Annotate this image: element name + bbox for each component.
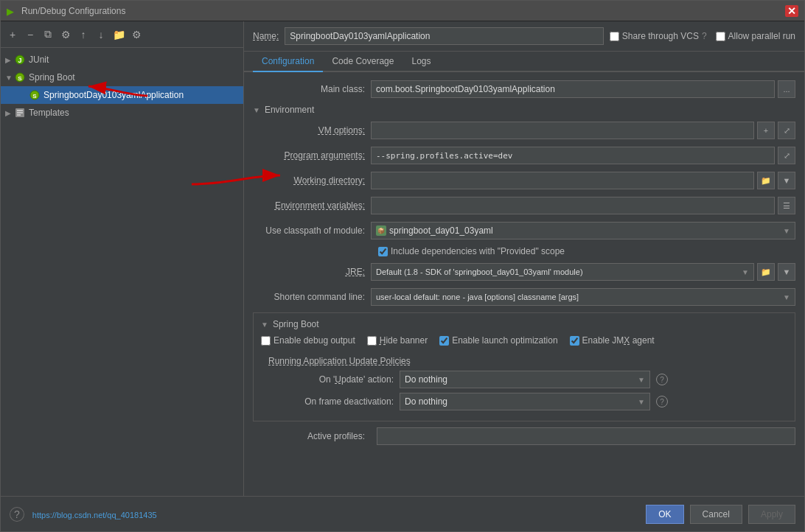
springboot-checkboxes: Enable debug output Hide banner Enable l… (261, 335, 787, 346)
working-dir-browse-btn[interactable]: 📁 (757, 172, 775, 189)
remove-button[interactable]: − (23, 27, 38, 42)
jre-browse-btn[interactable]: 📁 (757, 263, 775, 281)
working-dir-row: Working directory: 📁 ▼ (253, 171, 795, 190)
apply-button[interactable]: Apply (748, 505, 795, 524)
tab-code-coverage[interactable]: Code Coverage (323, 52, 402, 72)
svg-text:S: S (32, 93, 37, 99)
jre-dropdown-btn[interactable]: ▼ (778, 263, 795, 281)
tree-item-junit[interactable]: ▶ J JUnit (1, 51, 243, 69)
tab-configuration[interactable]: Configuration (253, 52, 323, 72)
program-args-input[interactable] (371, 147, 775, 164)
share-vcs-help[interactable]: ? (702, 31, 707, 41)
copy-button[interactable]: ⧉ (41, 27, 55, 42)
left-panel: + − ⧉ ⚙ ↑ ↓ 📁 ⚙ ▶ J (1, 21, 244, 496)
env-vars-input[interactable] (371, 197, 775, 214)
share-vcs-row: Share through VCS ? (610, 31, 707, 41)
on-frame-help[interactable]: ? (656, 396, 668, 407)
on-update-arrow: ▼ (638, 376, 645, 384)
footer: ? https://blog.csdn.net/qq_40181435 OK C… (1, 496, 804, 531)
expand-arrow-templates: ▶ (5, 109, 14, 117)
share-vcs-checkbox[interactable] (610, 32, 619, 41)
on-frame-select[interactable]: Do nothing ▼ (400, 393, 650, 410)
main-window: ▶ Run/Debug Configurations ✕ + − ⧉ ⚙ ↑ ↓… (0, 0, 805, 532)
update-policies-section: Running Application Update Policies On '… (261, 353, 787, 410)
allow-parallel-checkbox[interactable] (716, 32, 725, 41)
down-button[interactable]: ↓ (94, 27, 108, 42)
enable-jmx-checkbox[interactable] (570, 336, 579, 346)
jre-value: Default (1.8 - SDK of 'springboot_day01_… (376, 267, 583, 276)
main-class-input[interactable] (371, 80, 775, 98)
springboot-section-title: Spring Boot (273, 319, 319, 329)
update-policies-title: Running Application Update Policies (268, 356, 411, 366)
springboot-section: ▼ Spring Boot Enable debug output Hide b… (253, 312, 795, 421)
environment-title: Environment (265, 105, 314, 115)
classpath-select[interactable]: 📦 springboot_day01_03yaml ▼ (371, 222, 795, 239)
name-input[interactable] (285, 27, 604, 45)
cancel-button[interactable]: Cancel (690, 505, 742, 524)
vm-options-group: + ⤢ (371, 122, 795, 139)
shorten-cmd-select[interactable]: user-local default: none - java [options… (371, 288, 795, 306)
footer-url: https://blog.csdn.net/qq_40181435 (32, 511, 157, 519)
include-deps-label: Include dependencies with "Provided" sco… (391, 246, 565, 256)
working-dir-dropdown-btn[interactable]: ▼ (778, 172, 795, 189)
enable-launch-checkbox[interactable] (439, 336, 449, 346)
vm-options-input[interactable] (371, 122, 754, 139)
tree-item-templates[interactable]: ▶ Templates (1, 104, 243, 122)
shorten-cmd-label: Shorten command line: (253, 292, 371, 302)
enable-jmx-item: Enable JMX agent (570, 335, 655, 346)
config-button[interactable]: ⚙ (129, 27, 144, 42)
window-icon: ▶ (7, 6, 17, 16)
env-vars-group: ☰ (371, 197, 795, 214)
jre-select[interactable]: Default (1.8 - SDK of 'springboot_day01_… (371, 263, 754, 281)
on-update-select[interactable]: Do nothing ▼ (400, 371, 650, 388)
vm-fullscreen-btn[interactable]: ⤢ (778, 122, 795, 139)
junit-label: JUnit (29, 55, 49, 65)
springboot-section-header: ▼ Spring Boot (261, 319, 787, 329)
tab-logs[interactable]: Logs (402, 52, 439, 72)
on-frame-arrow: ▼ (638, 398, 645, 406)
jre-group: Default (1.8 - SDK of 'springboot_day01_… (371, 263, 795, 281)
help-icon[interactable]: ? (10, 507, 24, 522)
tree-item-app[interactable]: S SpringbootDay0103yamlApplication (1, 86, 243, 104)
working-dir-input[interactable] (371, 172, 754, 189)
main-class-input-group: ... (371, 80, 795, 98)
module-icon: 📦 (376, 225, 386, 236)
hide-banner-label: Hide banner (380, 335, 428, 346)
name-options: Share through VCS ? Allow parallel run (610, 31, 795, 41)
shorten-cmd-arrow: ▼ (783, 293, 790, 301)
program-args-fullscreen-btn[interactable]: ⤢ (778, 147, 795, 164)
shorten-cmd-value: user-local default: none - java [options… (376, 293, 579, 301)
include-deps-row: Include dependencies with "Provided" sco… (253, 246, 795, 256)
active-profiles-input[interactable] (377, 427, 795, 445)
include-deps-checkbox[interactable] (378, 247, 388, 256)
active-profiles-row: Active profiles: (253, 427, 795, 445)
on-frame-label: On frame deactivation: (268, 396, 394, 407)
folder-button[interactable]: 📁 (111, 27, 126, 42)
close-button[interactable]: ✕ (785, 5, 798, 17)
main-class-browse-btn[interactable]: ... (778, 80, 795, 98)
enable-debug-checkbox[interactable] (261, 336, 271, 346)
tree-item-springboot[interactable]: ▼ S Spring Boot (1, 69, 243, 86)
up-button[interactable]: ↑ (76, 27, 91, 42)
env-vars-edit-btn[interactable]: ☰ (778, 197, 795, 214)
tree-panel: ▶ J JUnit ▼ S (1, 48, 243, 496)
allow-parallel-label: Allow parallel run (728, 31, 795, 41)
footer-help: ? https://blog.csdn.net/qq_40181435 (10, 508, 157, 520)
hide-banner-checkbox[interactable] (367, 336, 377, 346)
enable-launch-label: Enable launch optimization (452, 335, 557, 346)
vm-expand-btn[interactable]: + (757, 122, 775, 139)
on-update-help[interactable]: ? (656, 374, 668, 385)
classpath-label: Use classpath of module: (253, 225, 371, 236)
name-row: Name: Share through VCS ? Allow parallel… (244, 21, 804, 52)
classpath-dropdown-arrow: ▼ (783, 227, 790, 235)
window-title: Run/Debug Configurations (21, 6, 125, 16)
settings-button[interactable]: ⚙ (58, 27, 73, 42)
tabs-bar: Configuration Code Coverage Logs (244, 52, 804, 72)
ok-button[interactable]: OK (646, 505, 683, 524)
active-profiles-label: Active profiles: (253, 431, 371, 441)
add-button[interactable]: + (5, 27, 20, 42)
program-args-label: Program arguments: (253, 150, 371, 161)
vm-options-row: VM options: + ⤢ (253, 121, 795, 140)
on-update-row: On 'Update' action: Do nothing ▼ ? (268, 371, 787, 388)
on-frame-value: Do nothing (405, 396, 447, 407)
